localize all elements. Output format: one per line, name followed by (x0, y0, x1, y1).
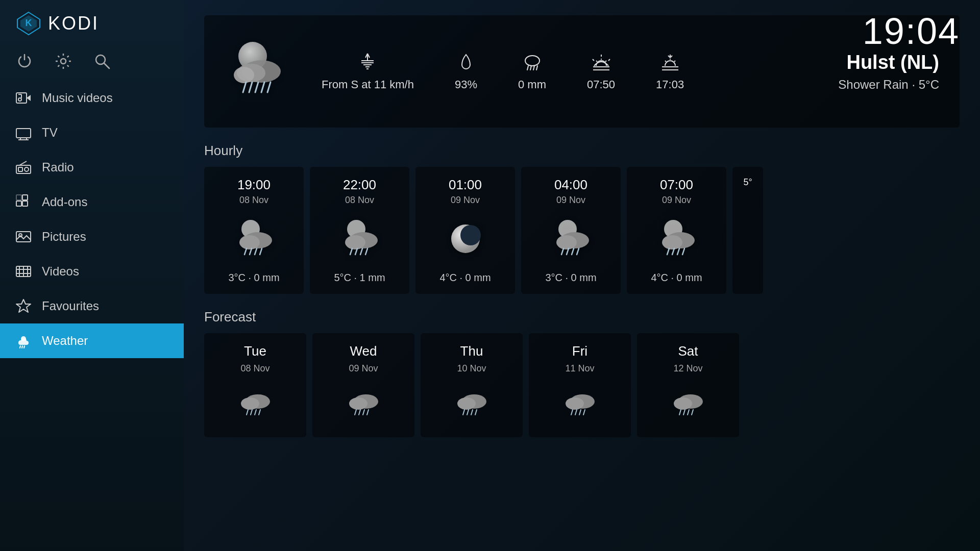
svg-point-3 (61, 59, 66, 64)
hourly-time-2: 01:00 (449, 177, 482, 193)
hourly-card-4: 07:00 09 Nov 4°C · 0 mm (627, 167, 726, 294)
svg-line-44 (267, 82, 271, 92)
svg-line-124 (571, 410, 573, 415)
kodi-header: K KODI (0, 0, 184, 47)
forecast-card-0: Tue 08 Nov (204, 333, 306, 437)
forecast-title: Forecast (204, 309, 960, 325)
hourly-icon-0 (231, 216, 277, 262)
svg-line-118 (463, 410, 464, 415)
forecast-icon-2 (451, 382, 492, 423)
hourly-title: Hourly (204, 143, 960, 159)
forecast-section: Forecast Tue 08 Nov Wed 09 Nov (204, 309, 960, 437)
sidebar-item-radio[interactable]: Radio (0, 150, 184, 185)
svg-line-112 (355, 410, 356, 415)
svg-rect-23 (16, 232, 31, 242)
sidebar-item-addons[interactable]: Add-ons (0, 185, 184, 219)
location-condition: Shower Rain · 5°C (838, 78, 939, 92)
hourly-icon-4 (654, 216, 700, 262)
forecast-day-1: Wed (350, 343, 377, 359)
svg-line-43 (261, 82, 264, 92)
svg-line-106 (247, 410, 248, 415)
svg-line-5 (104, 63, 109, 68)
svg-rect-21 (22, 201, 28, 206)
svg-line-100 (667, 248, 669, 255)
sidebar-item-videos[interactable]: Videos (0, 254, 184, 289)
svg-text:K: K (26, 18, 32, 28)
svg-line-67 (674, 61, 675, 62)
sunrise-icon (590, 52, 612, 74)
svg-line-131 (683, 410, 685, 415)
sidebar-item-music-videos[interactable]: Music videos (0, 81, 184, 115)
svg-line-126 (579, 410, 581, 415)
sidebar-item-tv[interactable]: TV (0, 115, 184, 150)
svg-line-95 (572, 248, 574, 255)
svg-point-129 (674, 397, 692, 410)
settings-icon[interactable] (54, 52, 72, 70)
svg-point-39 (234, 67, 254, 83)
forecast-card-3: Fri 11 Nov (529, 333, 631, 437)
forecast-date-2: 10 Nov (457, 363, 486, 374)
hourly-temp-4: 4°C · 0 mm (651, 272, 702, 284)
weather-label: Weather (42, 334, 88, 348)
search-icon[interactable] (93, 52, 111, 70)
weather-nav-icon (15, 333, 32, 349)
tv-icon (15, 124, 32, 141)
sidebar-item-favourites[interactable]: Favourites (0, 289, 184, 323)
hourly-icon-1 (337, 216, 383, 262)
hourly-date-3: 09 Nov (556, 195, 585, 206)
app-title: KODI (48, 13, 99, 34)
svg-line-127 (583, 410, 585, 415)
svg-line-109 (259, 410, 260, 415)
sunset-value: 17:03 (656, 78, 684, 91)
sunset-icon (659, 52, 681, 74)
svg-line-35 (24, 346, 24, 348)
hourly-card-2: 01:00 09 Nov 4°C · 0 mm (415, 167, 515, 294)
humidity-detail: 93% (455, 52, 477, 91)
sidebar-item-pictures[interactable]: Pictures (0, 219, 184, 254)
svg-line-59 (608, 59, 610, 61)
radio-icon (15, 159, 32, 176)
svg-rect-20 (22, 195, 28, 200)
svg-line-55 (530, 66, 531, 70)
svg-line-57 (536, 66, 537, 70)
sidebar: K KODI (0, 0, 184, 551)
hourly-temp-0: 3°C · 0 mm (228, 272, 279, 284)
power-icon[interactable] (15, 52, 34, 70)
svg-point-16 (24, 167, 29, 171)
sunrise-detail: 07:50 (587, 52, 615, 91)
main-content: From S at 11 km/h 93% 0 mm (184, 0, 980, 551)
svg-point-111 (349, 397, 368, 410)
svg-line-79 (255, 248, 257, 255)
svg-point-8 (18, 98, 21, 101)
hourly-time-4: 07:00 (660, 177, 693, 193)
svg-line-68 (665, 61, 666, 62)
forecast-day-0: Tue (244, 343, 266, 359)
wind-detail: From S at 11 km/h (322, 52, 414, 91)
sidebar-controls (0, 52, 184, 81)
hourly-time-3: 04:00 (554, 177, 587, 193)
svg-line-80 (260, 248, 262, 255)
svg-line-56 (533, 66, 534, 70)
tv-label: TV (42, 126, 58, 140)
svg-point-92 (556, 235, 577, 249)
svg-point-89 (460, 225, 481, 245)
wind-value: From S at 11 km/h (322, 78, 414, 91)
svg-point-99 (662, 235, 682, 249)
svg-line-130 (679, 410, 681, 415)
forecast-icon-1 (343, 382, 384, 423)
addons-icon (15, 194, 32, 210)
hourly-date-0: 08 Nov (239, 195, 268, 206)
svg-line-96 (577, 248, 579, 255)
svg-line-34 (22, 346, 22, 348)
hourly-time-5: 5° (743, 177, 752, 188)
svg-point-123 (566, 397, 584, 410)
svg-line-107 (251, 410, 252, 415)
forecast-grid: Tue 08 Nov Wed 09 Nov (204, 333, 960, 437)
clock-display: 19:04 (863, 10, 960, 52)
weather-details-row: From S at 11 km/h 93% 0 mm (322, 52, 838, 91)
sidebar-item-weather[interactable]: Weather (0, 323, 184, 358)
pictures-label: Pictures (42, 230, 86, 244)
favourites-label: Favourites (42, 299, 99, 313)
forecast-date-1: 09 Nov (349, 363, 378, 374)
hourly-card-1: 22:00 08 Nov 5°C · 1 mm (310, 167, 409, 294)
